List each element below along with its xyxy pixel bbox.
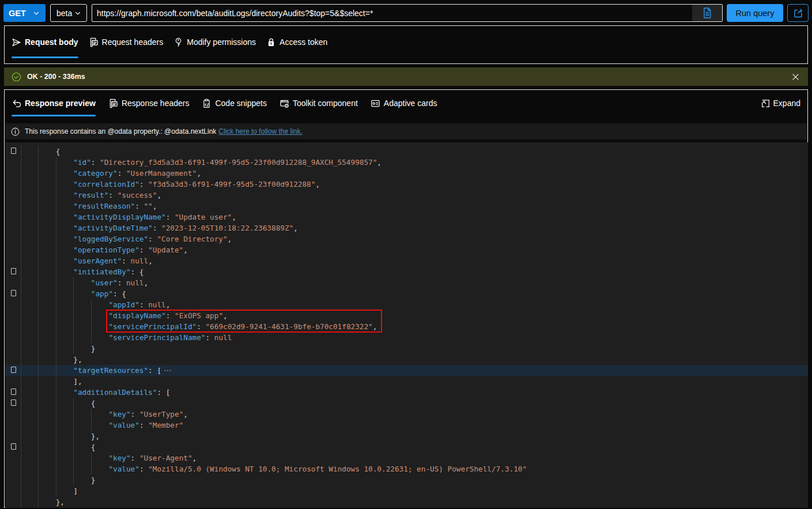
document-icon xyxy=(108,99,118,108)
indent-guide xyxy=(56,223,56,233)
status-message: OK - 200 - 336ms xyxy=(27,73,85,81)
code-text: } xyxy=(91,474,96,485)
autocomplete-doc-button[interactable] xyxy=(692,5,722,21)
code-text: }, xyxy=(91,431,100,442)
code-text: "servicePrincipalName": null xyxy=(108,332,232,343)
fold-marker-icon[interactable] xyxy=(11,367,16,373)
tab-toolkit-component[interactable]: Toolkit component xyxy=(280,90,358,116)
indent-guide xyxy=(21,431,21,442)
indent-guide xyxy=(91,332,92,343)
indent-guide xyxy=(21,420,21,431)
indent-guide xyxy=(73,463,74,474)
info-icon xyxy=(11,127,20,136)
indent-guide xyxy=(38,474,39,485)
indent-guide xyxy=(56,431,56,442)
odata-info-banner: This response contains an @odata propert… xyxy=(5,123,807,139)
query-url-input[interactable] xyxy=(92,5,692,21)
code-text: }, xyxy=(56,496,65,507)
response-json-editor[interactable]: {"id": "Directory_f3d5a3d3-6f91-499f-95d… xyxy=(5,142,808,508)
indent-guide xyxy=(21,376,21,387)
tab-label: Access token xyxy=(280,37,327,47)
close-status-icon[interactable] xyxy=(791,72,800,82)
indent-guide xyxy=(21,255,21,266)
indent-guide xyxy=(38,485,39,496)
indent-guide xyxy=(21,398,21,409)
tab-label: Request body xyxy=(25,37,78,47)
tab-response-preview[interactable]: Response preview xyxy=(12,90,96,116)
tab-response-headers[interactable]: Response headers xyxy=(108,90,190,116)
document-page-icon xyxy=(703,7,712,18)
code-text: { xyxy=(91,398,96,409)
success-check-icon xyxy=(12,72,21,82)
code-line: "appId": null, xyxy=(5,299,808,310)
code-line: { xyxy=(5,442,808,453)
indent-guide xyxy=(56,453,56,463)
json-code: {"id": "Directory_f3d5a3d3-6f91-499f-95d… xyxy=(5,146,808,507)
fold-marker-icon[interactable] xyxy=(11,443,16,450)
indent-guide xyxy=(21,453,21,463)
code-text: "loggedByService": "Core Directory", xyxy=(73,233,232,244)
code-text: "operationType": "Update", xyxy=(73,244,188,255)
indent-guide xyxy=(56,212,56,223)
indent-guide xyxy=(38,266,39,277)
indent-guide xyxy=(56,321,56,332)
code-text: "displayName": "ExOPS app", xyxy=(108,310,227,321)
code-text: "targetResources": [⋯ xyxy=(73,365,172,376)
code-text: "appId": null, xyxy=(108,299,170,310)
indent-guide xyxy=(38,409,39,420)
http-method-select[interactable]: GET xyxy=(3,4,46,22)
fold-marker-icon[interactable] xyxy=(11,399,16,406)
fold-marker-icon[interactable] xyxy=(11,148,16,154)
share-query-button[interactable] xyxy=(787,4,809,22)
code-text: "correlationId": "f3d5a3d3-6f91-499f-95d… xyxy=(73,179,320,190)
indent-guide xyxy=(38,310,39,321)
indent-guide xyxy=(91,409,92,420)
indent-guide xyxy=(38,463,39,474)
indent-guide xyxy=(21,277,21,288)
indent-guide xyxy=(56,420,56,431)
indent-guide xyxy=(38,453,39,463)
follow-nextlink-link[interactable]: Click here to follow the link. xyxy=(218,127,302,135)
tab-request-body[interactable]: Request body xyxy=(12,26,78,58)
expand-response-button[interactable]: Expand xyxy=(761,90,800,116)
fold-marker-icon[interactable] xyxy=(11,290,16,296)
indent-guide xyxy=(38,398,39,409)
indent-guide xyxy=(73,310,74,321)
tab-code-snippets[interactable]: Code snippets xyxy=(202,90,267,116)
code-line: "operationType": "Update", xyxy=(5,244,808,255)
collapsed-ellipsis[interactable]: ⋯ xyxy=(161,365,172,375)
tab-adaptive-cards[interactable]: Adaptive cards xyxy=(371,90,437,116)
undo-icon xyxy=(12,99,21,108)
indent-guide xyxy=(38,321,39,332)
code-text: { xyxy=(56,146,61,157)
tab-access-token[interactable]: Access token xyxy=(266,26,327,58)
code-text: { xyxy=(91,442,96,453)
api-version-select[interactable]: beta xyxy=(50,4,87,22)
indent-guide xyxy=(56,398,56,409)
indent-guide xyxy=(56,463,56,474)
indent-guide xyxy=(38,255,39,266)
code-line: }, xyxy=(5,496,808,507)
fold-marker-icon[interactable] xyxy=(11,389,16,395)
tab-label: Adaptive cards xyxy=(384,99,437,108)
code-text: "id": "Directory_f3d5a3d3-6f91-499f-95d5… xyxy=(73,157,382,168)
code-text: "result": "success", xyxy=(73,190,161,201)
indent-guide xyxy=(56,365,56,376)
fold-marker-icon[interactable] xyxy=(11,268,16,274)
code-line: "result": "success", xyxy=(5,190,808,201)
code-text: }, xyxy=(73,354,82,365)
code-line: "servicePrincipalId": "669c02d9-9241-463… xyxy=(5,321,808,332)
indent-guide xyxy=(56,409,56,420)
run-query-button[interactable]: Run query xyxy=(727,4,783,22)
code-line: }, xyxy=(5,354,808,365)
document-icon xyxy=(89,37,99,47)
indent-guide xyxy=(56,376,56,387)
indent-guide xyxy=(38,496,39,507)
indent-guide xyxy=(56,244,56,255)
indent-guide xyxy=(21,233,21,244)
tab-label: Response preview xyxy=(25,99,96,108)
code-text: "activityDisplayName": "Update user", xyxy=(73,212,236,223)
tab-request-headers[interactable]: Request headers xyxy=(89,26,164,58)
indent-guide xyxy=(91,420,92,431)
tab-modify-permissions[interactable]: Modify permissions xyxy=(173,26,256,58)
